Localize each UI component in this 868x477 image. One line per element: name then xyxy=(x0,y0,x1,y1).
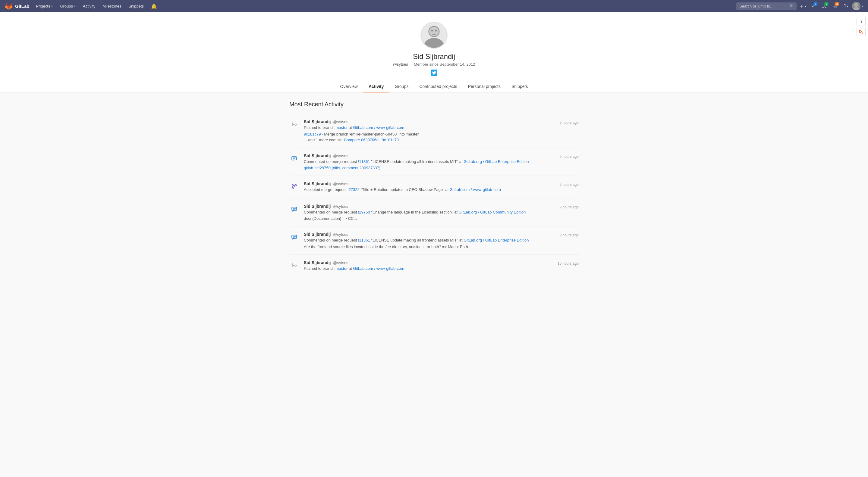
activity-user: Sid Sijbrandij xyxy=(304,232,331,237)
nav-milestones[interactable]: Milestones xyxy=(99,0,124,12)
repo-link[interactable]: GitLab.org / GitLab Enterprise Edition xyxy=(464,159,529,164)
comment-icon xyxy=(289,204,299,214)
mr-link[interactable]: !11361 xyxy=(358,159,370,164)
activity-body: Sid Sijbrandij @sytses Commented on merg… xyxy=(304,204,555,221)
activity-username: @sytses xyxy=(333,181,348,186)
help-caret-icon: ▾ xyxy=(846,4,848,8)
activity-username: @sytses xyxy=(333,232,348,237)
comment-icon xyxy=(289,154,299,164)
nav-notification-icon[interactable]: 🔔 xyxy=(148,0,160,12)
diff-link[interactable]: gitlab-ce!29750 (diffs, comment 20093733… xyxy=(304,166,380,170)
twitter-icon[interactable] xyxy=(431,70,437,76)
svg-point-10 xyxy=(292,124,293,125)
activity-time: 9 hours ago xyxy=(560,205,579,209)
user-avatar-img xyxy=(852,2,861,10)
nav-activity[interactable]: Activity xyxy=(80,0,98,12)
svg-point-21 xyxy=(295,184,297,186)
nav-groups[interactable]: Groups ▾ xyxy=(57,0,79,12)
tab-groups[interactable]: Groups xyxy=(390,81,414,93)
navbar-right: 🔍 ＋ ▾ ✓ 5 ⎇ 5 ◎ 16 ? ▾ xyxy=(736,1,863,11)
svg-rect-15 xyxy=(292,157,297,160)
profile-social xyxy=(431,70,437,76)
activity-username: @sytses xyxy=(333,204,348,209)
branch-link[interactable]: master xyxy=(336,125,348,130)
profile-avatar-img xyxy=(421,23,447,48)
main-content: Most Recent Activity Sid Sijbrandij @syt… xyxy=(283,93,585,285)
activity-user: Sid Sijbrandij xyxy=(304,119,331,124)
svg-rect-27 xyxy=(292,235,297,238)
commit-hash-link[interactable]: 9c181c79 xyxy=(304,132,321,136)
compare-link[interactable]: Compare 0633706d...9c181c79 xyxy=(344,138,399,142)
todo-button[interactable]: ✓ 5 xyxy=(809,1,818,11)
profile-tabs: Overview Activity Groups Contributed pro… xyxy=(335,81,533,92)
svg-point-8 xyxy=(859,32,861,33)
navbar-brand[interactable]: GitLab xyxy=(5,2,30,10)
help-button[interactable]: ? ▾ xyxy=(841,1,851,11)
activity-time: 9 hours ago xyxy=(560,121,579,125)
push-icon xyxy=(289,261,299,270)
activity-time: 10 hours ago xyxy=(558,261,579,266)
repo-link[interactable]: GitLab.com / www-gitlab-com xyxy=(353,266,404,271)
profile-meta: @sytses · Member since September 14, 201… xyxy=(393,62,475,67)
mr-link[interactable]: !29750 xyxy=(358,210,370,214)
svg-point-32 xyxy=(292,265,293,266)
tab-overview[interactable]: Overview xyxy=(335,81,363,93)
navbar-left: GitLab Projects ▾ Groups ▾ Activity Mile… xyxy=(5,0,736,12)
brand-name: GitLab xyxy=(15,4,30,9)
groups-caret-icon: ▾ xyxy=(74,4,76,8)
page-utility-buttons: ℹ xyxy=(854,14,868,39)
nav-projects[interactable]: Projects ▾ xyxy=(33,0,56,12)
user-avatar-button[interactable] xyxy=(852,2,861,10)
projects-caret-icon: ▾ xyxy=(51,4,53,8)
activity-list: Sid Sijbrandij @sytses Pushed to branch … xyxy=(289,114,579,277)
activity-time: 9 hours ago xyxy=(560,182,579,187)
section-title: Most Recent Activity xyxy=(289,101,579,108)
tab-personal-projects[interactable]: Personal projects xyxy=(463,81,506,93)
branch-link[interactable]: master xyxy=(336,266,348,271)
info-button[interactable]: ℹ xyxy=(857,17,866,26)
activity-user: Sid Sijbrandij xyxy=(304,204,331,209)
svg-point-1 xyxy=(852,7,860,10)
tab-snippets[interactable]: Snippets xyxy=(506,81,533,93)
search-icon: 🔍 xyxy=(789,4,794,8)
comment-icon xyxy=(289,233,299,242)
activity-body: Sid Sijbrandij @sytses Commented on merg… xyxy=(304,153,555,170)
svg-point-34 xyxy=(295,265,297,266)
mr-link[interactable]: !11361 xyxy=(358,238,370,242)
search-input[interactable] xyxy=(736,2,797,10)
activity-username: @sytses xyxy=(333,261,348,265)
svg-point-0 xyxy=(854,3,858,7)
activity-item: Sid Sijbrandij @sytses Pushed to branch … xyxy=(289,255,579,277)
activity-user: Sid Sijbrandij xyxy=(304,181,331,186)
tab-activity[interactable]: Activity xyxy=(363,81,390,93)
activity-body: Sid Sijbrandij @sytses Pushed to branch … xyxy=(304,119,555,142)
issues-badge: 16 xyxy=(835,2,839,6)
nav-snippets[interactable]: Snippets xyxy=(125,0,147,12)
svg-point-6 xyxy=(431,30,433,32)
merge-requests-button[interactable]: ⎇ 5 xyxy=(819,1,829,11)
activity-username: @sytses xyxy=(333,120,348,124)
repo-link[interactable]: GitLab.com / www-gitlab-com xyxy=(353,125,404,130)
issues-button[interactable]: ◎ 16 xyxy=(830,1,840,11)
profile-member-since: Member since September 14, 2012 xyxy=(414,62,475,67)
profile-avatar xyxy=(421,22,447,49)
gitlab-logo-icon xyxy=(5,2,13,10)
svg-marker-14 xyxy=(292,122,293,123)
activity-body: Sid Sijbrandij @sytses Pushed to branch … xyxy=(304,260,553,272)
repo-link[interactable]: GitLab.com / www-gitlab-com xyxy=(450,187,501,192)
activity-item: Sid Sijbrandij @sytses Commented on merg… xyxy=(289,148,579,176)
mr-badge: 5 xyxy=(824,2,829,6)
svg-rect-23 xyxy=(292,207,297,210)
activity-item: Sid Sijbrandij @sytses Commented on merg… xyxy=(289,227,579,255)
mr-link[interactable]: !27322 xyxy=(347,187,360,192)
svg-point-12 xyxy=(295,124,297,126)
tab-contributed-projects[interactable]: Contributed projects xyxy=(414,81,462,93)
feed-button[interactable] xyxy=(857,27,866,36)
activity-username: @sytses xyxy=(333,154,348,158)
new-item-button[interactable]: ＋ ▾ xyxy=(798,1,807,11)
repo-link[interactable]: GitLab.org / GitLab Enterprise Edition xyxy=(464,238,529,242)
activity-user: Sid Sijbrandij xyxy=(304,260,331,265)
user-menu-caret-icon: ▾ xyxy=(862,4,863,8)
repo-link[interactable]: GitLab.org / GitLab Community Edition xyxy=(459,210,526,214)
activity-body: Sid Sijbrandij @sytses Accepted merge re… xyxy=(304,181,555,193)
